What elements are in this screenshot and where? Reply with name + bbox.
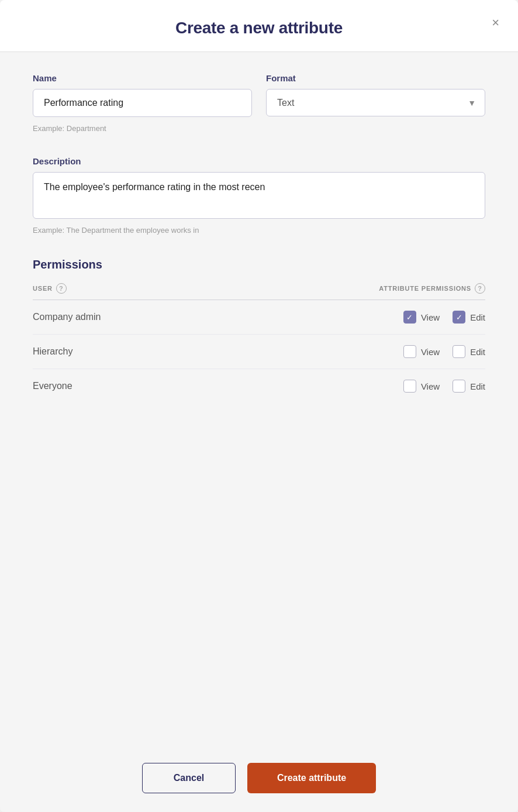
user-name-company-admin: Company admin [33,312,403,322]
format-select[interactable]: Text Number Date Boolean [266,89,485,116]
view-perm-company-admin: ✓ View [403,311,440,324]
name-group: Name Example: Department [33,73,252,133]
format-group: Format Text Number Date Boolean ▼ [266,73,485,133]
view-perm-everyone: View [403,380,440,393]
description-input[interactable]: The employee's performance rating in the… [33,172,485,219]
format-select-wrapper: Text Number Date Boolean ▼ [266,89,485,116]
name-hint: Example: Department [33,124,252,133]
create-attribute-modal: Create a new attribute × Name Example: D… [0,0,518,812]
attr-col-header: ATTRIBUTE PERMISSIONS ? [379,283,485,294]
create-attribute-button[interactable]: Create attribute [247,763,376,793]
view-label-hierarchy: View [421,347,440,357]
edit-perm-hierarchy: Edit [453,345,485,358]
modal-footer: Cancel Create attribute [0,744,518,812]
view-perm-hierarchy: View [403,345,440,358]
modal-title: Create a new attribute [14,19,504,37]
edit-perm-everyone: Edit [453,380,485,393]
edit-checkbox-company-admin[interactable]: ✓ [453,311,465,324]
view-checkbox-everyone[interactable] [403,380,416,393]
edit-perm-company-admin: ✓ Edit [453,311,485,324]
permissions-table: USER ? ATTRIBUTE PERMISSIONS ? Company a… [33,283,485,403]
attr-help-icon[interactable]: ? [475,283,485,294]
permissions-title: Permissions [33,258,485,271]
modal-body: Name Example: Department Format Text Num… [0,52,518,744]
view-checkbox-company-admin[interactable]: ✓ [403,311,416,324]
permission-controls-hierarchy: View Edit [403,345,485,358]
edit-label-everyone: Edit [470,381,485,391]
cancel-button[interactable]: Cancel [142,763,236,793]
user-help-icon[interactable]: ? [56,283,67,294]
description-hint: Example: The Department the employee wor… [33,226,485,235]
format-label: Format [266,73,485,83]
edit-checkbox-hierarchy[interactable] [453,345,465,358]
permission-row-company-admin: Company admin ✓ View ✓ Edit [33,300,485,335]
permission-controls-everyone: View Edit [403,380,485,393]
permission-row-hierarchy: Hierarchy View Edit [33,335,485,369]
permission-row-everyone: Everyone View Edit [33,369,485,403]
user-name-hierarchy: Hierarchy [33,346,403,357]
modal-header: Create a new attribute × [0,0,518,52]
permission-controls-company-admin: ✓ View ✓ Edit [403,311,485,324]
description-group: Description The employee's performance r… [33,156,485,235]
edit-label-hierarchy: Edit [470,347,485,357]
close-button[interactable]: × [489,14,502,32]
edit-checkbox-everyone[interactable] [453,380,465,393]
user-col-label: USER [33,285,53,292]
view-label-everyone: View [421,381,440,391]
edit-label-company-admin: Edit [470,312,485,322]
attr-col-label: ATTRIBUTE PERMISSIONS [379,285,471,292]
checkmark-icon-edit: ✓ [456,314,462,321]
user-name-everyone: Everyone [33,381,403,391]
name-format-row: Name Example: Department Format Text Num… [33,73,485,133]
permissions-header: USER ? ATTRIBUTE PERMISSIONS ? [33,283,485,300]
view-checkbox-hierarchy[interactable] [403,345,416,358]
description-label: Description [33,156,485,166]
name-input[interactable] [33,89,252,117]
checkmark-icon: ✓ [406,314,413,321]
permissions-section: Permissions USER ? ATTRIBUTE PERMISSIONS… [33,258,485,403]
name-label: Name [33,73,252,83]
user-col-header: USER ? [33,283,379,294]
view-label-company-admin: View [421,312,440,322]
